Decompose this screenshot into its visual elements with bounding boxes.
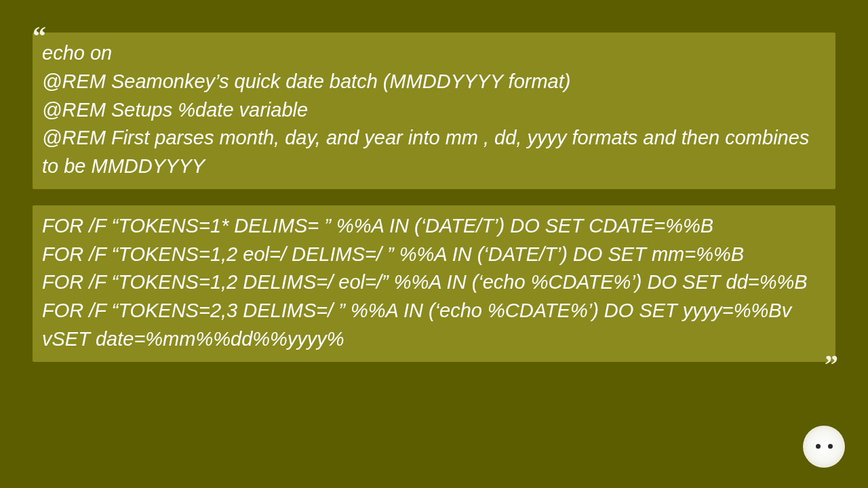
code-line: @REM First parses month, day, and year i… — [42, 124, 826, 181]
code-line: FOR /F “TOKENS=1,2 eol=/ DELIMS=/ ” %%A … — [42, 241, 826, 269]
code-line: echo on — [42, 39, 826, 68]
code-line: vSET date=%mm%%dd%%yyyy% — [42, 325, 826, 354]
close-quote-icon: ” — [825, 351, 838, 378]
open-quote-icon: “ — [33, 23, 46, 50]
code-line: @REM Setups %date variable — [42, 96, 826, 125]
code-line: FOR /F “TOKENS=2,3 DELIMS=/ ” %%A IN (‘e… — [42, 297, 826, 325]
code-line: FOR /F “TOKENS=1* DELIMS= ” %%A IN (‘DAT… — [42, 212, 826, 241]
code-block-2: FOR /F “TOKENS=1* DELIMS= ” %%A IN (‘DAT… — [33, 205, 835, 362]
content-container: echo on @REM Seamonkey’s quick date batc… — [0, 0, 868, 362]
code-block-1: echo on @REM Seamonkey’s quick date batc… — [33, 33, 835, 189]
emoji-button[interactable] — [803, 426, 845, 468]
code-line: @REM Seamonkey’s quick date batch (MMDDY… — [42, 68, 826, 96]
neutral-face-icon — [816, 444, 833, 449]
code-line: FOR /F “TOKENS=1,2 DELIMS=/ eol=/” %%A I… — [42, 268, 826, 297]
